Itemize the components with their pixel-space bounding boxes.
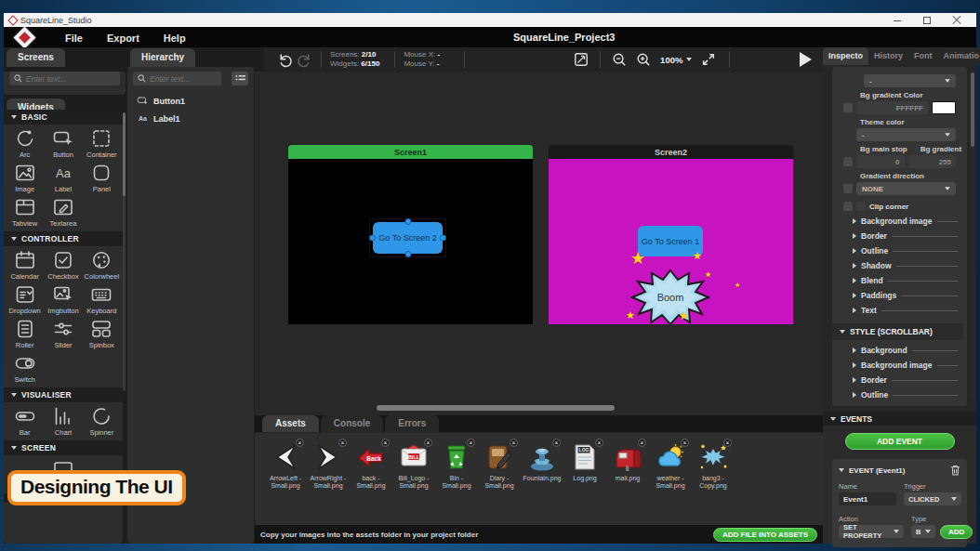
asset-item[interactable]: × ArrowLeft - Small.png [264, 442, 307, 491]
remove-asset-icon[interactable]: × [381, 439, 390, 447]
widget-dropdown[interactable]: Dropdown [6, 283, 44, 315]
hierarchy-item-label1[interactable]: AaLabel1 [127, 110, 254, 127]
add-event-button[interactable]: ADD EVENT [845, 433, 955, 450]
category-header-basic[interactable]: BASIC [4, 110, 123, 125]
remove-asset-icon[interactable]: × [595, 439, 603, 447]
widget-checkbox[interactable]: Checkbox [44, 249, 82, 281]
asset-item[interactable]: BILL × Bill_Logo - Small.png [392, 442, 435, 491]
asset-item[interactable]: × Bin - Small.png [435, 442, 478, 491]
resize-handle-left[interactable] [369, 235, 376, 242]
asset-item[interactable]: LOG × Log.png [563, 442, 606, 482]
menu-help[interactable]: Help [152, 33, 198, 44]
add-file-into-assets-button[interactable]: ADD FILE INTO ASSETS [713, 528, 817, 542]
delete-event-icon[interactable] [950, 465, 960, 476]
screen2-header[interactable]: Screen2 [549, 145, 793, 159]
asset-item[interactable]: Back × back - Small.png [350, 442, 392, 491]
bg-gradient-input[interactable]: 255 [908, 155, 957, 168]
widget-switch[interactable]: Switch [6, 352, 44, 384]
widget-textarea[interactable]: Textarea [44, 196, 82, 228]
widget-image[interactable]: Image [6, 162, 44, 193]
remove-asset-icon[interactable]: × [338, 439, 347, 447]
theme-color-dropdown[interactable]: - [856, 128, 956, 141]
resize-handle-bottom[interactable] [404, 251, 411, 257]
canvas-screen2[interactable]: Screen2 Go To Screen 1 Boom ★★★ [549, 145, 793, 324]
gradient-direction-checkbox[interactable] [843, 184, 853, 193]
style-state-dropdown[interactable]: - [864, 74, 956, 87]
screens-search[interactable] [9, 72, 120, 85]
zoom-out-icon[interactable] [612, 52, 627, 67]
asset-item[interactable]: × Diary - Small.png [478, 442, 521, 491]
hierarchy-search-input[interactable] [150, 74, 217, 84]
style-section-text[interactable]: Text [853, 306, 963, 315]
zoom-in-icon[interactable] [636, 52, 651, 67]
go-to-screen2-button[interactable]: Go To Screen 2 [373, 222, 443, 254]
menu-export[interactable]: Export [95, 33, 152, 44]
tab-inspecto[interactable]: Inspecto [823, 47, 868, 65]
tab-errors[interactable]: Errors [385, 415, 439, 432]
fullscreen-icon[interactable] [701, 52, 716, 67]
remove-asset-icon[interactable]: × [723, 439, 732, 447]
canvas-horizontal-scrollbar[interactable] [377, 405, 615, 411]
scrollbar-section-outline[interactable]: Outline [853, 390, 963, 400]
remove-asset-icon[interactable]: × [296, 439, 304, 447]
resize-handle-top[interactable] [404, 218, 411, 225]
asset-item[interactable]: × ArrowRight - Small.png [307, 442, 350, 491]
list-view-icon[interactable] [232, 72, 248, 85]
widget-panel[interactable]: Panel [83, 162, 121, 193]
category-header-visualiser[interactable]: VISUALISER [4, 387, 123, 402]
style-section-paddings[interactable]: Paddings [853, 291, 963, 300]
widget-roller[interactable]: Roller [6, 318, 44, 349]
widget-chart[interactable]: Chart [44, 405, 82, 437]
design-canvas[interactable]: Screen1 Go To Screen 2 Scr [255, 72, 823, 415]
widget-imgbutton[interactable]: Imgbutton [44, 283, 82, 315]
category-header-screen[interactable]: SCREEN [4, 440, 123, 455]
fit-screen-icon[interactable] [574, 52, 589, 67]
tab-history[interactable]: History [868, 47, 908, 65]
screens-search-input[interactable] [26, 74, 115, 84]
asset-item[interactable]: × Fountain.png [521, 442, 563, 482]
event-trigger-dropdown[interactable]: CLICKED [904, 492, 961, 505]
style-section-blend[interactable]: Blend [853, 276, 963, 285]
category-header-controller[interactable]: CONTROLLER [4, 231, 123, 246]
widget-label[interactable]: AaLabel [44, 162, 82, 193]
redo-icon[interactable] [297, 52, 312, 68]
remove-asset-icon[interactable]: × [638, 439, 646, 447]
remove-asset-icon[interactable]: × [467, 439, 475, 447]
asset-item[interactable]: × mail.png [606, 442, 649, 482]
bg-main-stop-input[interactable]: 0 [856, 155, 905, 168]
bg-gradient-color-checkbox[interactable] [843, 103, 853, 112]
tab-animatio[interactable]: Animatio [938, 47, 980, 65]
widget-tabview[interactable]: Tabview [6, 196, 44, 228]
widget-arc[interactable]: Arc [6, 127, 44, 159]
scrollbar-section-background[interactable]: Background [853, 346, 963, 355]
tab-console[interactable]: Console [321, 415, 383, 432]
asset-item[interactable]: × bang3 - Copy.png [692, 442, 735, 491]
widget-bar[interactable]: Bar [6, 405, 44, 437]
remove-asset-icon[interactable]: × [510, 439, 518, 447]
close-button[interactable] [952, 16, 961, 25]
gradient-direction-dropdown[interactable]: NONE [856, 182, 956, 195]
events-header[interactable]: EVENTS [823, 412, 976, 426]
bg-gradient-color-swatch[interactable] [932, 101, 956, 114]
scrollbar-section-background-image[interactable]: Background image [853, 361, 963, 370]
tab-font[interactable]: Font [908, 47, 938, 65]
widget-container[interactable]: Container [83, 127, 121, 159]
tab-hierarchy[interactable]: Hierarchy [130, 48, 195, 67]
widget-spinner[interactable]: Spinner [83, 405, 121, 437]
boom-image-widget[interactable]: Boom [630, 269, 710, 326]
widget-calendar[interactable]: Calendar [6, 249, 44, 281]
widget-spinbox[interactable]: Spinbox [83, 318, 121, 349]
remove-asset-icon[interactable]: × [552, 439, 561, 447]
remove-asset-icon[interactable]: × [681, 439, 689, 447]
tab-assets[interactable]: Assets [262, 415, 319, 432]
canvas-screen1[interactable]: Screen1 Go To Screen 2 [288, 145, 533, 324]
tab-screens[interactable]: Screens [7, 48, 65, 67]
event-action-dropdown[interactable]: SET PROPERTY [839, 525, 904, 538]
clip-corner-checkbox[interactable] [856, 202, 866, 211]
left-panel-scrollbar[interactable] [123, 112, 126, 391]
hierarchy-search[interactable] [133, 72, 221, 85]
widget-keyboard[interactable]: Keyboard [83, 283, 121, 315]
style-section-border[interactable]: Border [853, 231, 963, 241]
resize-handle-right[interactable] [440, 235, 446, 242]
maximize-button[interactable] [922, 16, 932, 25]
